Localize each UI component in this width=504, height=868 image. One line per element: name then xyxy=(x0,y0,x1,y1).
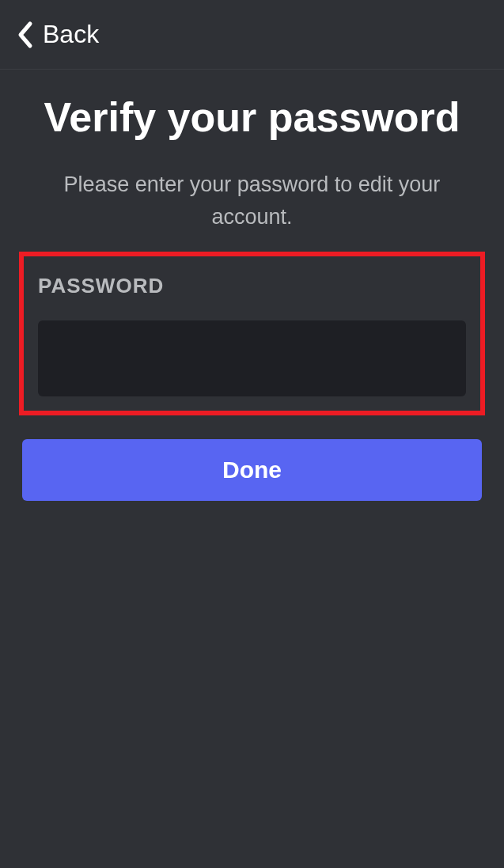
done-button[interactable]: Done xyxy=(22,439,482,501)
password-section: PASSWORD xyxy=(19,252,485,415)
password-label: PASSWORD xyxy=(38,274,466,298)
header: Back xyxy=(0,0,504,70)
password-input[interactable] xyxy=(38,320,466,396)
page-subtitle: Please enter your password to edit your … xyxy=(19,169,485,233)
chevron-left-icon xyxy=(14,21,36,49)
content: Verify your password Please enter your p… xyxy=(0,70,504,501)
back-label: Back xyxy=(43,20,99,49)
back-button[interactable]: Back xyxy=(14,20,99,49)
button-wrap: Done xyxy=(19,439,485,501)
page-title: Verify your password xyxy=(44,92,460,143)
